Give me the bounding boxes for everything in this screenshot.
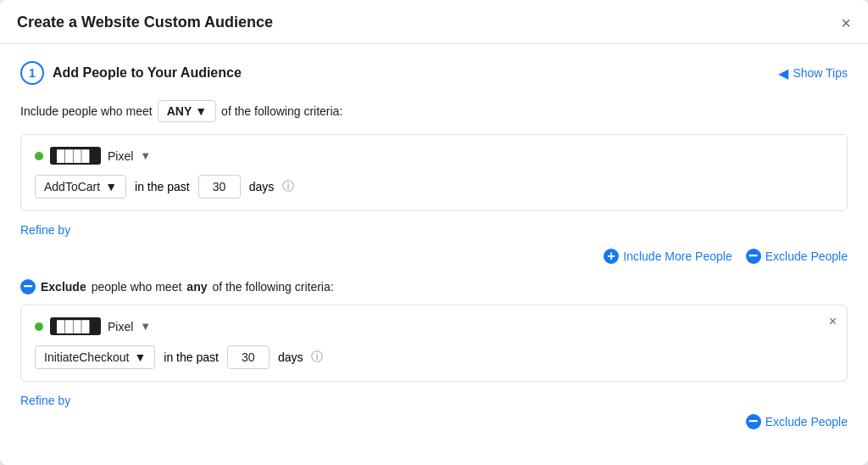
exclude-minus-icon: −: [20, 279, 36, 294]
bottom-exclude-people-button[interactable]: − Exclude People: [746, 414, 848, 429]
modal-body: 1 Add People to Your Audience ◀ Show Tip…: [0, 44, 868, 446]
days-label: days: [249, 180, 275, 193]
exclude-pixel-name-redacted: ████: [50, 317, 101, 335]
exclude-close-button[interactable]: ×: [829, 314, 837, 329]
exclude-people-button[interactable]: − Exclude People: [746, 249, 848, 264]
section-title-row: 1 Add People to Your Audience: [20, 61, 242, 85]
include-criteria-row: Include people who meet ANY ▼ of the fol…: [20, 100, 848, 122]
exclude-days-input[interactable]: [227, 345, 270, 369]
include-more-people-button[interactable]: + Include More People: [604, 249, 732, 264]
event-chevron-icon: ▼: [105, 180, 117, 193]
bottom-action-row: − Exclude People: [20, 414, 848, 429]
exclude-pixel-label: Pixel: [108, 320, 133, 333]
minus-icon: −: [746, 249, 761, 264]
section-title: Add People to Your Audience: [53, 65, 242, 81]
exclude-pixel-status-dot: [35, 322, 43, 331]
exclude-text1: people who meet: [92, 280, 182, 294]
include-event-row: AddToCart ▼ in the past days ⓘ: [35, 175, 833, 199]
any-chevron-icon: ▼: [195, 104, 207, 118]
exclude-in-the-past-label: in the past: [164, 350, 219, 364]
include-criteria-box: ████ Pixel ▼ AddToCart ▼ in the past day…: [20, 134, 848, 211]
criteria-prefix: Include people who meet: [20, 104, 153, 118]
pixel-name-redacted: ████: [50, 147, 101, 165]
any-dropdown[interactable]: ANY ▼: [158, 100, 216, 122]
exclude-criteria-box: × ████ Pixel ▼ InitiateCheckout ▼ in the…: [20, 305, 848, 382]
pixel-label: Pixel: [108, 149, 133, 163]
exclude-section: − Exclude people who meet any of the fol…: [20, 279, 848, 429]
exclude-info-icon[interactable]: ⓘ: [311, 350, 323, 365]
step-circle: 1: [20, 61, 44, 85]
exclude-text2: of the following criteria:: [212, 280, 333, 294]
pixel-status-dot: [35, 152, 43, 160]
exclude-days-label: days: [278, 350, 303, 364]
event-label: AddToCart: [44, 180, 100, 193]
in-the-past-label: in the past: [135, 180, 190, 193]
bottom-minus-icon: −: [746, 414, 761, 429]
refine-by-link[interactable]: Refine by: [20, 223, 70, 237]
event-dropdown[interactable]: AddToCart ▼: [35, 175, 126, 199]
modal-header: Create a Website Custom Audience ×: [0, 0, 868, 44]
exclude-refine-by-link[interactable]: Refine by: [20, 394, 70, 407]
days-input[interactable]: [198, 175, 241, 199]
bottom-exclude-people-label: Exclude People: [765, 415, 848, 429]
exclude-any-label: any: [186, 280, 207, 294]
section-header: 1 Add People to Your Audience ◀ Show Tip…: [20, 61, 848, 85]
criteria-suffix: of the following criteria:: [221, 104, 342, 118]
include-pixel-row: ████ Pixel ▼: [35, 147, 833, 165]
action-row: + Include More People − Exclude People: [20, 249, 848, 264]
exclude-header: − Exclude people who meet any of the fol…: [20, 279, 848, 294]
info-icon[interactable]: ⓘ: [282, 179, 294, 194]
exclude-event-dropdown[interactable]: InitiateCheckout ▼: [35, 345, 155, 369]
exclude-event-label: InitiateCheckout: [44, 350, 129, 364]
include-more-label: Include More People: [623, 249, 732, 263]
exclude-pixel-dropdown-arrow[interactable]: ▼: [140, 320, 151, 333]
show-tips-button[interactable]: ◀ Show Tips: [778, 65, 848, 81]
show-tips-label: Show Tips: [793, 66, 848, 80]
tips-chevron-icon: ◀: [778, 65, 788, 81]
any-label: ANY: [167, 104, 192, 118]
pixel-dropdown-arrow[interactable]: ▼: [140, 149, 151, 162]
plus-icon: +: [604, 249, 619, 264]
exclude-people-label: Exclude People: [765, 249, 848, 263]
exclude-bold-label: Exclude: [41, 280, 86, 294]
close-button[interactable]: ×: [841, 14, 851, 31]
modal-title: Create a Website Custom Audience: [17, 14, 273, 31]
exclude-event-row: InitiateCheckout ▼ in the past days ⓘ: [35, 345, 833, 369]
exclude-pixel-row: ████ Pixel ▼: [35, 317, 833, 335]
modal: Create a Website Custom Audience × 1 Add…: [0, 0, 868, 465]
exclude-event-chevron-icon: ▼: [134, 350, 146, 364]
